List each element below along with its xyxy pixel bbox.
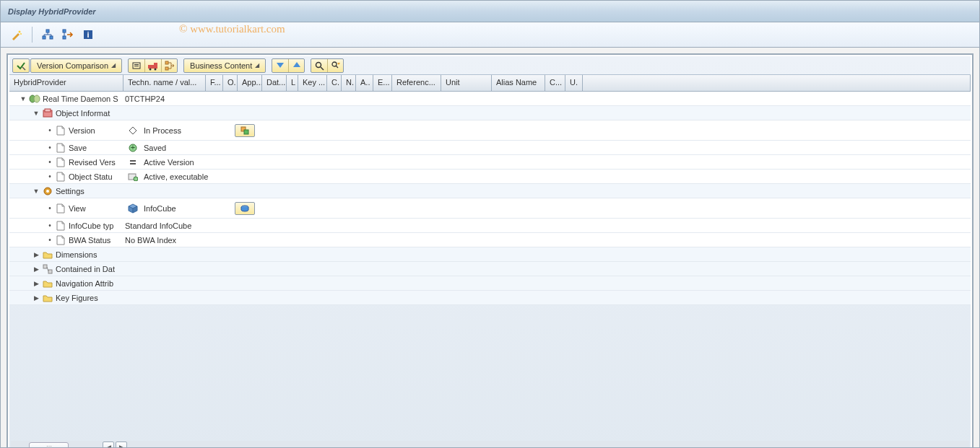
svg-point-33 — [46, 190, 49, 193]
app-toolbar: i — [1, 22, 979, 48]
transport-button[interactable] — [144, 59, 161, 72]
version-action-button[interactable] — [235, 124, 255, 137]
object-info-icon — [42, 107, 53, 119]
find-button[interactable] — [311, 59, 327, 72]
hierarchy-blue-icon[interactable] — [40, 27, 55, 42]
info-icon[interactable]: i — [81, 27, 95, 42]
check-button[interactable] — [12, 58, 30, 73]
tree-root-row[interactable]: ▼ Real Time Daemon S 0TCTHP24 — [9, 92, 971, 106]
col-dat[interactable]: Dat... — [262, 75, 287, 91]
col-u[interactable]: U. — [565, 75, 583, 91]
column-headers: HybridProvider Techn. name / val... F...… — [9, 75, 971, 92]
collapse-icon[interactable]: ▼ — [19, 95, 27, 102]
document-icon — [55, 157, 66, 168]
svg-point-19 — [332, 62, 337, 66]
svg-rect-29 — [130, 163, 136, 164]
svg-rect-4 — [50, 36, 53, 39]
expand-icon[interactable]: ▶ — [32, 280, 40, 287]
svg-point-0 — [19, 31, 21, 33]
title-bar: Display HybridProvider — [1, 1, 979, 22]
svg-rect-28 — [130, 160, 136, 162]
tree-view-row[interactable]: • View InfoCube — [9, 198, 971, 219]
tree-nav-attr-row[interactable]: ▶ Navigation Attrib — [9, 276, 971, 291]
business-content-button[interactable]: Business Content ◢ — [183, 58, 266, 73]
col-o[interactable]: O. — [223, 75, 238, 91]
svg-rect-25 — [244, 130, 248, 134]
dropdown-icon: ◢ — [111, 62, 116, 69]
expand-icon[interactable]: ▶ — [32, 265, 40, 273]
view-action-button[interactable] — [235, 202, 255, 215]
svg-rect-36 — [48, 270, 52, 273]
col-l[interactable]: L — [287, 75, 298, 91]
folder-icon — [42, 249, 53, 260]
svg-rect-6 — [63, 36, 66, 39]
tree-version-row[interactable]: • Version In Process — [9, 120, 971, 141]
tree-settings-row[interactable]: ▼ Settings — [9, 184, 971, 198]
bullet-icon: • — [47, 126, 53, 134]
document-icon — [55, 142, 66, 154]
document-icon — [55, 125, 66, 136]
svg-point-31 — [134, 177, 138, 181]
tree-infocube-type-row[interactable]: • InfoCube typ Standard InfoCube — [9, 219, 971, 233]
svg-rect-3 — [43, 36, 45, 39]
diamond-icon — [127, 125, 139, 136]
folder-icon — [42, 292, 53, 304]
tree-contained-row[interactable]: ▶ Contained in Dat — [9, 262, 971, 276]
where-used-button[interactable] — [161, 59, 177, 72]
collapse-icon[interactable]: ▼ — [32, 110, 40, 117]
svg-text:i: i — [87, 30, 89, 39]
col-key[interactable]: Key ... — [298, 75, 327, 91]
collapse-button[interactable] — [288, 59, 304, 72]
settings-icon — [42, 185, 53, 197]
col-c2[interactable]: C... — [545, 75, 565, 91]
svg-rect-2 — [46, 30, 49, 32]
tree-bwa-row[interactable]: • BWA Status No BWA Index — [9, 233, 971, 247]
col-technname[interactable]: Techn. name / val... — [123, 75, 206, 91]
svg-point-1 — [20, 33, 22, 35]
svg-rect-10 — [134, 64, 139, 65]
col-reference[interactable]: Referenc... — [392, 75, 441, 91]
display-button[interactable] — [129, 59, 144, 72]
col-f[interactable]: F... — [206, 75, 223, 91]
find-next-button[interactable] — [327, 59, 343, 72]
col-hybridprovider[interactable]: HybridProvider — [9, 75, 123, 91]
expand-button[interactable] — [272, 59, 288, 72]
scroll-left-button[interactable]: ◀ — [103, 442, 114, 448]
version-comparison-button[interactable]: Version Comparison ◢ — [30, 58, 122, 73]
tree-revised-row[interactable]: • Revised Vers Active Version — [9, 155, 971, 170]
svg-point-14 — [149, 68, 152, 70]
svg-point-15 — [155, 68, 157, 70]
col-c[interactable]: C. — [327, 75, 342, 91]
infocube-icon — [127, 203, 139, 214]
col-a[interactable]: A.. — [356, 75, 373, 91]
tree-save-row[interactable]: • Save + Saved — [9, 141, 971, 155]
bullet-icon: • — [47, 221, 53, 229]
col-n[interactable]: N. — [342, 75, 356, 91]
col-filler — [583, 75, 971, 91]
col-aliasname[interactable]: Alias Name — [492, 75, 545, 91]
active-icon — [127, 171, 139, 183]
bullet-icon: • — [47, 144, 53, 151]
expand-collapse-group — [272, 58, 305, 73]
wand-icon[interactable] — [9, 27, 24, 42]
svg-rect-12 — [148, 65, 154, 69]
hierarchy-arrow-icon[interactable] — [61, 27, 75, 42]
tree-object-status-row[interactable]: • Object Statu Active, executable — [9, 170, 971, 184]
document-icon — [55, 171, 66, 183]
dataflow-icon — [42, 263, 53, 275]
splitter-handle[interactable]: ⋯ — [29, 442, 69, 448]
collapse-icon[interactable]: ▼ — [32, 188, 40, 195]
svg-point-21 — [34, 95, 40, 102]
svg-rect-5 — [63, 30, 66, 32]
scroll-right-button[interactable]: ▶ — [116, 442, 127, 448]
expand-icon[interactable]: ▶ — [32, 251, 40, 258]
tree-dimensions-row[interactable]: ▶ Dimensions — [9, 247, 971, 262]
nav-button-group — [128, 58, 178, 73]
tree-object-info-row[interactable]: ▼ Object Informat — [9, 106, 971, 120]
col-e[interactable]: E... — [373, 75, 392, 91]
col-unit[interactable]: Unit — [441, 75, 492, 91]
expand-icon[interactable]: ▶ — [32, 294, 40, 302]
col-app[interactable]: App... — [238, 75, 262, 91]
svg-rect-16 — [165, 61, 168, 64]
tree-key-figures-row[interactable]: ▶ Key Figures — [9, 291, 971, 305]
